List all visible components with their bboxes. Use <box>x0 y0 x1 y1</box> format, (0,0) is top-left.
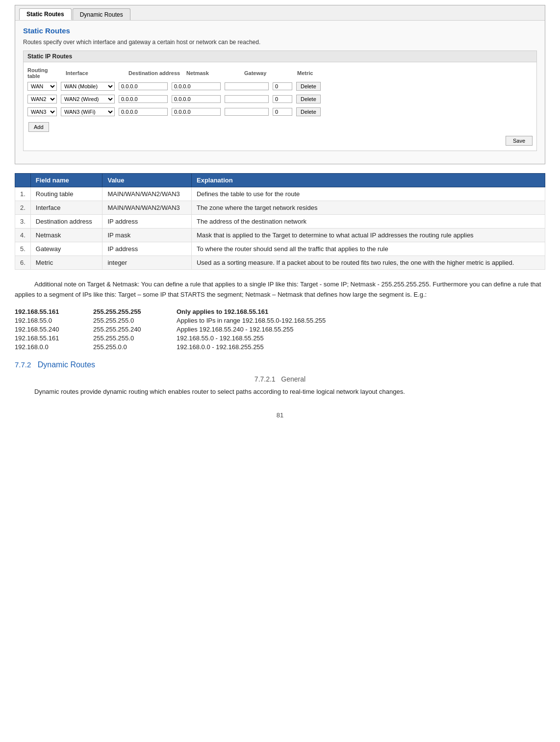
routing-table-select-1[interactable]: WAN WAN2 WAN3 MAIN <box>27 82 57 91</box>
row-num-4: 4. <box>15 229 31 242</box>
gateway-input-3[interactable] <box>225 108 269 116</box>
row-num-3: 3. <box>15 215 31 229</box>
gateway-input-2[interactable] <box>225 95 269 103</box>
sub-panel-title: Static IP Routes <box>24 51 536 62</box>
table-row: 4. Netmask IP mask Mask that is applied … <box>15 229 545 242</box>
col-header-interface: Interface <box>66 70 125 76</box>
ip-example-row-0: 192.168.55.161 255.255.255.255 Only appl… <box>15 308 545 315</box>
row-num-6: 6. <box>15 256 31 270</box>
field-value-5: IP address <box>102 242 192 256</box>
section-772-title: Dynamic Routes <box>38 360 95 369</box>
tab-static-routes[interactable]: Static Routes <box>19 8 72 20</box>
dynamic-description: Dynamic routes provide dynamic routing w… <box>15 387 545 397</box>
panel-description: Routes specify over which interface and … <box>23 39 537 46</box>
field-explanation-2: The zone where the target network reside… <box>191 201 545 215</box>
section-7721-heading: 7.7.2.1 General <box>15 375 545 383</box>
row-num-5: 5. <box>15 242 31 256</box>
panel-body: Static Routes Routes specify over which … <box>15 21 545 164</box>
ip-col-ip-0: 192.168.55.161 <box>15 308 93 315</box>
col-header-destination: Destination address <box>128 70 182 76</box>
ip-col-mask-2: 255.255.255.240 <box>93 326 177 333</box>
save-row: Save <box>27 136 533 146</box>
ip-col-range-3: 192.168.55.0 - 192.168.55.255 <box>177 334 545 342</box>
ip-col-ip-3: 192.168.55.161 <box>15 334 93 342</box>
table-row: 2. Interface MAIN/WAN/WAN2/WAN3 The zone… <box>15 201 545 215</box>
destination-input-2[interactable] <box>119 95 168 103</box>
panel-title: Static Routes <box>23 26 537 35</box>
ip-example-row-1: 192.168.55.0 255.255.255.0 Applies to IP… <box>15 317 545 324</box>
field-name-1: Routing table <box>30 187 102 201</box>
ip-example-row-2: 192.168.55.240 255.255.255.240 Applies 1… <box>15 326 545 333</box>
interface-select-3[interactable]: WAN (Mobile) WAN2 (Wired) WAN3 (WiFi) <box>61 107 115 116</box>
section-7721-num: 7.7.2.1 <box>255 375 276 383</box>
ip-example-table: 192.168.55.161 255.255.255.255 Only appl… <box>15 308 545 351</box>
ip-col-range-1: Applies to IPs in range 192.168.55.0-192… <box>177 317 545 324</box>
route-row-3: WAN WAN2 WAN3 MAIN WAN (Mobile) WAN2 (Wi… <box>27 107 533 116</box>
delete-button-2[interactable]: Delete <box>296 95 321 103</box>
table-row: 6. Metric integer Used as a sorting meas… <box>15 256 545 270</box>
field-explanation-3: The address of the destination network <box>191 215 545 229</box>
ip-col-mask-4: 255.255.0.0 <box>93 343 177 351</box>
page-number: 81 <box>15 411 545 419</box>
field-value-4: IP mask <box>102 229 192 242</box>
field-table: Field name Value Explanation 1. Routing … <box>15 173 545 270</box>
interface-select-1[interactable]: WAN (Mobile) WAN2 (Wired) WAN3 (WiFi) <box>61 82 115 91</box>
col-header-gateway: Gateway <box>244 70 293 76</box>
ip-example-row-4: 192.168.0.0 255.255.0.0 192.168.0.0 - 19… <box>15 343 545 351</box>
netmask-input-3[interactable] <box>172 108 221 116</box>
field-value-2: MAIN/WAN/WAN2/WAN3 <box>102 201 192 215</box>
add-button[interactable]: Add <box>28 122 49 132</box>
field-name-4: Netmask <box>30 229 102 242</box>
delete-button-1[interactable]: Delete <box>296 82 321 91</box>
ip-col-range-2: Applies 192.168.55.240 - 192.168.55.255 <box>177 326 545 333</box>
th-field-name: Field name <box>30 174 102 187</box>
col-header-netmask: Netmask <box>186 70 240 76</box>
ip-col-mask-3: 255.255.255.0 <box>93 334 177 342</box>
destination-input-1[interactable] <box>119 82 168 90</box>
ip-col-range-4: 192.168.0.0 - 192.168.255.255 <box>177 343 545 351</box>
route-row-1: WAN WAN2 WAN3 MAIN WAN (Mobile) WAN2 (Wi… <box>27 82 533 91</box>
th-num <box>15 174 31 187</box>
field-name-3: Destination address <box>30 215 102 229</box>
tab-dynamic-routes[interactable]: Dynamic Routes <box>73 8 130 20</box>
field-value-6: integer <box>102 256 192 270</box>
ip-col-ip-1: 192.168.55.0 <box>15 317 93 324</box>
interface-select-2[interactable]: WAN (Mobile) WAN2 (Wired) WAN3 (WiFi) <box>61 95 115 103</box>
ip-example-row-3: 192.168.55.161 255.255.255.0 192.168.55.… <box>15 334 545 342</box>
field-value-3: IP address <box>102 215 192 229</box>
th-explanation: Explanation <box>191 174 545 187</box>
field-explanation-5: To where the router should send all the … <box>191 242 545 256</box>
field-explanation-6: Used as a sorting measure. If a packet a… <box>191 256 545 270</box>
metric-input-2[interactable] <box>273 95 292 103</box>
col-header-metric: Metric <box>297 70 322 76</box>
ip-col-mask-1: 255.255.255.0 <box>93 317 177 324</box>
destination-input-3[interactable] <box>119 108 168 116</box>
section-7721-title: General <box>281 375 305 383</box>
netmask-input-2[interactable] <box>172 95 221 103</box>
routing-table-select-3[interactable]: WAN WAN2 WAN3 MAIN <box>27 107 57 116</box>
tabs-row: Static Routes Dynamic Routes <box>15 5 545 21</box>
sub-panel: Static IP Routes Routing table Interface… <box>23 51 537 151</box>
table-row: 3. Destination address IP address The ad… <box>15 215 545 229</box>
netmask-input-1[interactable] <box>172 82 221 90</box>
delete-button-3[interactable]: Delete <box>296 107 321 116</box>
row-num-2: 2. <box>15 201 31 215</box>
ip-col-ip-2: 192.168.55.240 <box>15 326 93 333</box>
metric-input-3[interactable] <box>273 108 292 116</box>
field-explanation-1: Defines the table to use for the route <box>191 187 545 201</box>
screenshot-panel: Static Routes Dynamic Routes Static Rout… <box>15 5 545 164</box>
field-explanation-4: Mask that is applied to the Target to de… <box>191 229 545 242</box>
field-name-5: Gateway <box>30 242 102 256</box>
ip-col-range-0: Only applies to 192.168.55.161 <box>177 308 545 315</box>
save-button[interactable]: Save <box>506 136 533 146</box>
routing-table-select-2[interactable]: WAN WAN2 WAN3 MAIN <box>27 95 57 103</box>
metric-input-1[interactable] <box>273 82 292 90</box>
field-name-6: Metric <box>30 256 102 270</box>
field-value-1: MAIN/WAN/WAN2/WAN3 <box>102 187 192 201</box>
col-header-routing: Routing table <box>27 67 62 79</box>
table-row: 1. Routing table MAIN/WAN/WAN2/WAN3 Defi… <box>15 187 545 201</box>
ip-col-mask-0: 255.255.255.255 <box>93 308 177 315</box>
field-name-2: Interface <box>30 201 102 215</box>
routes-header-row: Routing table Interface Destination addr… <box>27 67 533 79</box>
gateway-input-1[interactable] <box>225 82 269 90</box>
